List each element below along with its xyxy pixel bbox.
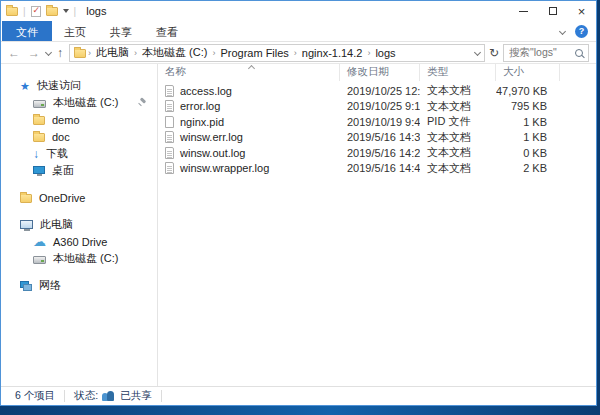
sidebar-item-local-disk-pinned[interactable]: 本地磁盘 (C:) [1, 94, 157, 111]
file-date: 2019/10/25 12:11 [340, 85, 420, 97]
refresh-icon[interactable] [489, 46, 499, 60]
file-type: 文本文档 [420, 161, 496, 176]
share-status: 状态: 已共享 [74, 389, 151, 403]
file-list-pane: 名称 修改日期 类型 大小 access.log [158, 64, 596, 386]
breadcrumb-nginx[interactable]: nginx-1.14.2 [299, 47, 366, 59]
address-dropdown-chevron-icon[interactable] [474, 49, 481, 56]
pin-icon [138, 97, 148, 107]
status-value: 已共享 [120, 389, 152, 403]
expand-ribbon-chevron-icon[interactable] [559, 27, 566, 34]
file-row[interactable]: winsw.wrapper.log 2019/5/16 14:40 文本文档 2… [158, 161, 596, 177]
status-bar: 6 个项目 状态: 已共享 [1, 386, 596, 405]
breadcrumb-logs[interactable]: logs [372, 47, 398, 59]
file-row[interactable]: nginx.pid 2019/10/19 9:49 PID 文件 1 KB [158, 114, 596, 130]
address-bar-row: ← → ↑ › 此电脑 › 本地磁盘 (C:) › Program Files … [1, 42, 596, 64]
file-size: 0 KB [496, 147, 560, 159]
sidebar-item-demo[interactable]: demo [1, 111, 157, 128]
folder-icon [33, 116, 45, 125]
breadcrumb-program-files[interactable]: Program Files [217, 47, 291, 59]
tab-file[interactable]: 文件 [2, 21, 52, 41]
file-size: 795 KB [496, 100, 560, 112]
sidebar-item-network[interactable]: 网络 [1, 277, 157, 294]
file-row[interactable]: access.log 2019/10/25 12:11 文本文档 47,970 … [158, 83, 596, 99]
item-count: 6 个项目 [15, 389, 55, 403]
sidebar-item-label: 网络 [39, 278, 61, 293]
onedrive-folder-icon [20, 194, 32, 203]
new-folder-icon[interactable] [46, 7, 58, 16]
window-controls [509, 1, 596, 21]
back-button[interactable]: ← [6, 47, 22, 59]
download-arrow-icon [33, 148, 39, 160]
maximize-icon [549, 7, 557, 15]
search-box[interactable]: 搜索"logs" [503, 44, 589, 62]
column-header-type[interactable]: 类型 [420, 64, 496, 81]
tab-share[interactable]: 共享 [98, 21, 144, 41]
column-header-blank[interactable] [560, 64, 596, 81]
sidebar-item-doc[interactable]: doc [1, 128, 157, 145]
file-size: 47,970 KB [496, 85, 560, 97]
sidebar-item-label: 此电脑 [40, 217, 73, 232]
crumb-separator-icon: › [293, 48, 298, 58]
star-icon [20, 80, 30, 92]
sidebar-item-quick-access[interactable]: 快速访问 [1, 77, 157, 94]
file-date: 2019/10/25 9:11 [340, 100, 420, 112]
quick-access-toolbar: | | logs [1, 5, 106, 17]
column-label: 类型 [427, 65, 448, 79]
sidebar-item-label: 本地磁盘 (C:) [53, 95, 118, 110]
tab-view[interactable]: 查看 [144, 21, 190, 41]
sidebar-item-onedrive[interactable]: OneDrive [1, 189, 157, 206]
address-box[interactable]: › 此电脑 › 本地磁盘 (C:) › Program Files › ngin… [69, 44, 485, 62]
document-icon [165, 162, 174, 174]
disk-icon [33, 256, 46, 264]
sidebar-item-desktop[interactable]: 桌面 [1, 162, 157, 179]
forward-button[interactable]: → [26, 47, 42, 59]
column-header-name[interactable]: 名称 [158, 64, 340, 81]
sidebar-item-this-pc[interactable]: 此电脑 [1, 216, 157, 233]
file-row[interactable]: error.log 2019/10/25 9:11 文本文档 795 KB [158, 99, 596, 115]
network-icon [20, 281, 32, 291]
recent-locations-chevron-icon[interactable] [45, 49, 52, 56]
share-people-icon [102, 391, 116, 402]
sidebar-item-downloads[interactable]: 下载 [1, 145, 157, 162]
tab-home[interactable]: 主页 [52, 21, 98, 41]
file-name: winsw.err.log [180, 131, 243, 143]
sidebar-item-label: 快速访问 [37, 78, 81, 93]
address-folder-icon [74, 49, 86, 58]
properties-check-icon[interactable] [31, 6, 41, 17]
disk-icon [33, 100, 46, 108]
file-date: 2019/5/16 14:32 [340, 131, 420, 143]
search-icon [575, 49, 583, 57]
document-icon [165, 131, 174, 143]
qat-customize-caret-icon[interactable] [63, 9, 69, 13]
column-header-size[interactable]: 大小 [496, 64, 560, 81]
file-rows: access.log 2019/10/25 12:11 文本文档 47,970 … [158, 83, 596, 176]
column-label: 名称 [165, 65, 186, 79]
explorer-window: | | logs 文件 主页 共享 查看 [0, 0, 597, 406]
desktop-icon [33, 166, 45, 174]
column-label: 修改日期 [347, 65, 389, 79]
file-row[interactable]: winsw.out.log 2019/5/16 14:29 文本文档 0 KB [158, 145, 596, 161]
sidebar-item-label: 下载 [46, 146, 68, 161]
up-button[interactable]: ↑ [55, 47, 65, 59]
file-name: nginx.pid [180, 116, 224, 128]
crumb-separator-icon: › [366, 48, 371, 58]
main-area: 快速访问 本地磁盘 (C:) demo doc 下载 [1, 64, 596, 386]
breadcrumb-this-pc[interactable]: 此电脑 [93, 45, 132, 60]
sidebar-item-label: 桌面 [52, 163, 74, 178]
file-row[interactable]: winsw.err.log 2019/5/16 14:32 文本文档 1 KB [158, 130, 596, 146]
minimize-button[interactable] [509, 1, 538, 21]
navigation-pane: 快速访问 本地磁盘 (C:) demo doc 下载 [1, 64, 158, 386]
sidebar-item-label: A360 Drive [53, 236, 107, 248]
maximize-button[interactable] [538, 1, 567, 21]
search-input[interactable]: 搜索"logs" [509, 46, 571, 60]
file-name: error.log [180, 100, 220, 112]
breadcrumb-local-disk[interactable]: 本地磁盘 (C:) [139, 45, 210, 60]
help-icon[interactable] [575, 25, 588, 38]
column-header-date[interactable]: 修改日期 [340, 64, 420, 81]
sidebar-item-a360-drive[interactable]: A360 Drive [1, 233, 157, 250]
divider [64, 390, 65, 402]
window-folder-icon [6, 7, 18, 16]
close-button[interactable] [567, 1, 596, 21]
sidebar-item-local-disk[interactable]: 本地磁盘 (C:) [1, 250, 157, 267]
sort-ascending-icon [247, 65, 254, 72]
